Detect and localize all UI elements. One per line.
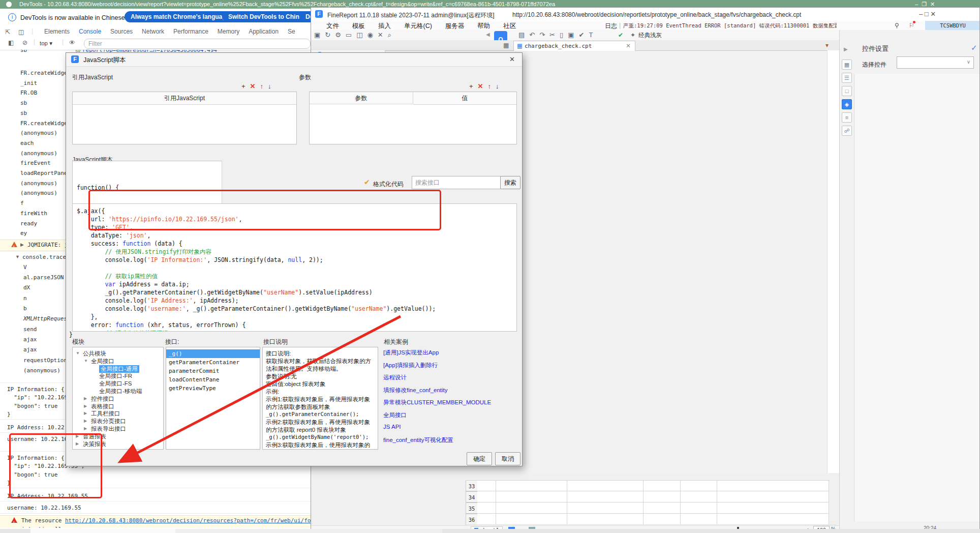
user-badge[interactable]: TCSWBDYU	[925, 21, 980, 30]
menu-item[interactable]: 单元格(C)	[404, 22, 432, 31]
toolbar-icon[interactable]: ✔	[578, 31, 584, 39]
grid-cell[interactable]	[567, 502, 644, 514]
grid-cell[interactable]	[477, 491, 496, 502]
module-tree-item[interactable]: ▼公共模块	[73, 350, 163, 358]
grid-cell[interactable]	[717, 514, 829, 525]
row-header[interactable]: 34	[466, 491, 478, 502]
ok-button[interactable]: 确定	[467, 452, 492, 465]
error-log-message[interactable]: 严重:19:27:09 EventThread ERROR [standard]…	[623, 22, 837, 29]
dialog-titlebar[interactable]: F JavaScript脚本 ✕	[66, 53, 522, 67]
module-tree-item[interactable]: 全局接口-通用	[73, 365, 163, 373]
eye-icon[interactable]: 👁	[69, 39, 75, 46]
validate-check-icon[interactable]: ✔	[618, 32, 623, 39]
menu-item[interactable]: 帮助	[477, 22, 490, 31]
close-tab-icon[interactable]: ✕	[626, 41, 631, 51]
grid-cell[interactable]	[681, 480, 717, 491]
grid-cell[interactable]	[496, 502, 567, 514]
dock-icon[interactable]: □	[842, 86, 852, 96]
grid-cell[interactable]	[644, 514, 681, 525]
toolbar-icon[interactable]: ⌕	[388, 31, 391, 39]
devtools-tab-network[interactable]: Network	[137, 27, 169, 37]
console-sidebar-icon[interactable]: ◧	[8, 39, 14, 46]
module-tree-item[interactable]: ▼全局接口	[73, 358, 163, 365]
grid-cell[interactable]	[567, 514, 644, 525]
collapse-left-icon[interactable]: ◀	[486, 32, 490, 37]
toolbar-icon[interactable]: ▤	[518, 31, 525, 39]
grid-cell[interactable]	[717, 480, 829, 491]
case-link[interactable]: [通用]JS实现登出App	[383, 349, 439, 357]
grid-cell[interactable]	[681, 514, 717, 525]
fr-window-controls[interactable]: – □ ✕	[919, 10, 936, 18]
module-tree-item[interactable]: ▶控件接口	[73, 395, 163, 403]
document-tab[interactable]: ▦chargeback_check.cpt ✕	[513, 41, 635, 51]
devtools-tab-sources[interactable]: Sources	[106, 27, 137, 37]
ref-js-toolbar[interactable]: +✕↑↓	[241, 82, 276, 90]
module-tree-item[interactable]: 全局接口-移动端	[73, 388, 163, 395]
format-brush-icon[interactable]: ✔	[364, 178, 370, 186]
log-menu[interactable]: 日志	[605, 22, 617, 31]
row-header[interactable]: 33	[466, 480, 478, 491]
grid-cell[interactable]	[644, 480, 681, 491]
grid-cell[interactable]	[496, 491, 567, 502]
case-link[interactable]: 填报修改fine_conf_entity	[383, 387, 448, 394]
toolbar-icon[interactable]: ▭	[346, 31, 352, 39]
dock-icon[interactable]: ☍	[842, 126, 852, 136]
grid-cell[interactable]	[496, 514, 567, 525]
grid-cell[interactable]	[681, 502, 717, 514]
context-selector[interactable]: top ▾	[40, 40, 52, 47]
case-link[interactable]: [App]填报插入删除行	[383, 362, 438, 369]
grid-cell[interactable]	[477, 502, 496, 514]
row-header[interactable]: 35	[466, 502, 478, 514]
grid-view-icon[interactable]: ▦	[503, 42, 509, 49]
toolbar-icon[interactable]: ↶	[529, 31, 535, 39]
toolbar-icon[interactable]: ▣	[314, 31, 320, 39]
module-tree-item[interactable]: 全局接口-FS	[73, 380, 163, 388]
row-header[interactable]: 36	[466, 514, 478, 525]
resource-link[interactable]: http://10.20.68.43:8080/webroot/decision…	[65, 516, 311, 525]
menu-item[interactable]: 插入	[378, 22, 391, 31]
toolbar-icon[interactable]: ✂	[549, 31, 555, 39]
dock-icon[interactable]: ◈	[842, 99, 852, 109]
module-tree-item[interactable]: ▶表格接口	[73, 403, 163, 410]
devtools-tab-application[interactable]: Application	[244, 27, 283, 37]
match-language-button[interactable]: Always match Chrome's language	[125, 11, 235, 22]
toolbar-icon[interactable]: ▣	[568, 31, 574, 39]
grid-cell[interactable]	[567, 491, 644, 502]
grid-cell[interactable]	[496, 480, 567, 491]
filter-input[interactable]: Filter	[84, 39, 311, 49]
grid-cell[interactable]	[567, 480, 644, 491]
toolbar-icon[interactable]: ◉	[367, 31, 373, 39]
grid-cell[interactable]	[717, 491, 829, 502]
case-link[interactable]: 远程设计	[383, 374, 407, 381]
search-icon[interactable]: ⚲	[895, 22, 899, 29]
dock-icon[interactable]: ≡	[842, 112, 852, 123]
toolbar-icon[interactable]: ⚙	[335, 31, 341, 39]
grid-cell[interactable]	[477, 514, 496, 525]
format-paste-icon[interactable]: ▾	[825, 42, 829, 49]
api-doc-box[interactable]: 接口说明:获取报表对象，获取后结合报表对象的方法和属性使用。支持移动端。参数说明…	[262, 347, 378, 450]
format-code-label[interactable]: 格式化代码	[373, 180, 404, 189]
toolbar-icon[interactable]: ✕	[378, 31, 383, 39]
api-list-item[interactable]: parameterCommit	[166, 367, 260, 375]
widget-dropdown[interactable]: ∨	[897, 56, 974, 69]
grid-cell[interactable]	[644, 491, 681, 502]
toolbar-icon[interactable]: ↷	[539, 31, 545, 39]
cancel-button[interactable]: 取消	[495, 452, 520, 465]
toolbar-icon[interactable]: ↻	[325, 31, 330, 39]
grid-cell[interactable]	[681, 491, 717, 502]
api-list-item[interactable]: getParameterContainer	[166, 358, 260, 367]
toolbar-icon[interactable]: ▯	[560, 31, 563, 39]
expand-arrow-icon[interactable]: ▶	[20, 240, 24, 250]
menu-item[interactable]: 服务器	[445, 22, 465, 31]
ref-js-table[interactable]: 引用JavaScript	[72, 92, 297, 144]
grid-cell[interactable]	[477, 480, 496, 491]
case-link[interactable]: fine_conf_entity可视化配置	[383, 436, 453, 444]
grid-cell[interactable]	[717, 502, 829, 514]
api-search-input[interactable]: 搜索接口	[412, 176, 501, 189]
apply-check-icon[interactable]: ✓	[971, 43, 977, 52]
devtools-tab-console[interactable]: Console	[74, 27, 106, 38]
toolbar-icon[interactable]: T	[589, 31, 593, 39]
collapse-panel-icon[interactable]: ▶	[844, 46, 848, 52]
clear-console-icon[interactable]: ⊘	[22, 39, 27, 46]
devtools-tab-memory[interactable]: Memory	[213, 27, 244, 37]
